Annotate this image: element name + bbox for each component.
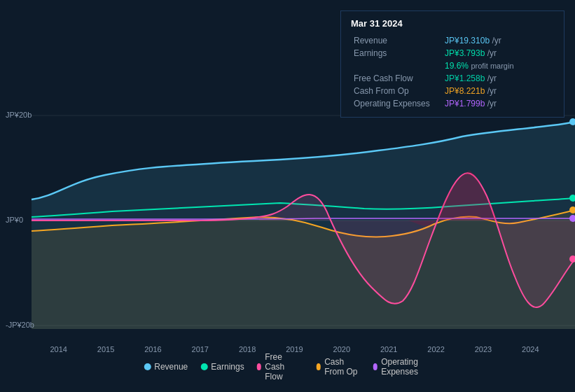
tooltip-value-revenue: JP¥19.310b /yr bbox=[442, 34, 554, 47]
chart-legend: Revenue Earnings Free Cash Flow Cash Fro… bbox=[144, 352, 431, 382]
legend-label-earnings: Earnings bbox=[211, 362, 244, 372]
y-label-top: JP¥20b bbox=[6, 111, 32, 119]
legend-dot-earnings bbox=[200, 363, 207, 370]
tooltip-row-profit-margin: 19.6% profit margin bbox=[351, 59, 554, 72]
legend-item-revenue[interactable]: Revenue bbox=[144, 362, 188, 372]
tooltip-label-revenue: Revenue bbox=[351, 34, 442, 47]
legend-dot-cashfromop bbox=[317, 363, 321, 370]
tooltip-box: Mar 31 2024 Revenue JP¥19.310b /yr Earni… bbox=[340, 10, 564, 118]
x-label-2014: 2014 bbox=[50, 345, 67, 354]
tooltip-value-profit-margin: 19.6% profit margin bbox=[442, 59, 554, 72]
legend-item-cashfromop[interactable]: Cash From Op bbox=[317, 357, 361, 377]
legend-item-earnings[interactable]: Earnings bbox=[200, 362, 244, 372]
tooltip-row-cashfromop: Cash From Op JP¥8.221b /yr bbox=[351, 85, 554, 97]
tooltip-value-earnings: JP¥3.793b /yr bbox=[442, 47, 554, 59]
legend-dot-revenue bbox=[144, 363, 151, 370]
tooltip-row-revenue: Revenue JP¥19.310b /yr bbox=[351, 34, 554, 47]
legend-label-revenue: Revenue bbox=[154, 362, 188, 372]
x-label-2024: 2024 bbox=[522, 345, 539, 354]
legend-dot-opex bbox=[373, 363, 378, 370]
legend-label-fcf: Free Cash Flow bbox=[265, 352, 303, 382]
tooltip-table: Revenue JP¥19.310b /yr Earnings JP¥3.793… bbox=[351, 34, 554, 110]
legend-item-opex[interactable]: Operating Expenses bbox=[373, 357, 431, 377]
tooltip-row-opex: Operating Expenses JP¥1.799b /yr bbox=[351, 97, 554, 110]
legend-dot-fcf bbox=[257, 363, 262, 370]
y-label-bottom: -JP¥20b bbox=[6, 321, 34, 329]
chart-container: JP¥20b JP¥0 -JP¥20b 2014 2015 2016 2017 … bbox=[0, 0, 575, 392]
tooltip-date: Mar 31 2024 bbox=[351, 18, 554, 29]
x-label-2015: 2015 bbox=[97, 345, 114, 354]
legend-label-opex: Operating Expenses bbox=[381, 357, 431, 377]
tooltip-row-earnings: Earnings JP¥3.793b /yr bbox=[351, 47, 554, 59]
tooltip-row-fcf: Free Cash Flow JP¥1.258b /yr bbox=[351, 72, 554, 85]
tooltip-value-opex: JP¥1.799b /yr bbox=[442, 97, 554, 110]
tooltip-label-earnings: Earnings bbox=[351, 47, 442, 59]
tooltip-label-cashfromop: Cash From Op bbox=[351, 85, 442, 97]
tooltip-label-opex: Operating Expenses bbox=[351, 97, 442, 110]
tooltip-value-fcf: JP¥1.258b /yr bbox=[442, 72, 554, 85]
y-label-middle: JP¥0 bbox=[6, 216, 23, 224]
legend-item-fcf[interactable]: Free Cash Flow bbox=[257, 352, 304, 382]
x-label-2023: 2023 bbox=[475, 345, 492, 354]
tooltip-label-profit-margin bbox=[351, 59, 442, 72]
tooltip-label-fcf: Free Cash Flow bbox=[351, 72, 442, 85]
tooltip-value-cashfromop: JP¥8.221b /yr bbox=[442, 85, 554, 97]
legend-label-cashfromop: Cash From Op bbox=[324, 357, 360, 377]
